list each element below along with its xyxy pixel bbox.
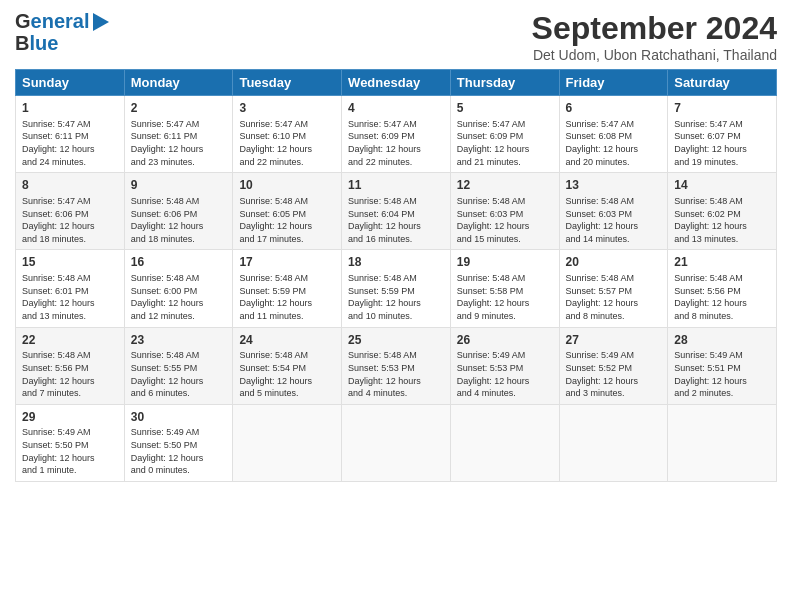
calendar-cell: 30Sunrise: 5:49 AM Sunset: 5:50 PM Dayli… [124,404,233,481]
day-info: Sunrise: 5:49 AM Sunset: 5:53 PM Dayligh… [457,349,553,399]
day-number: 4 [348,100,444,117]
calendar-cell: 6Sunrise: 5:47 AM Sunset: 6:08 PM Daylig… [559,96,668,173]
calendar-cell: 1Sunrise: 5:47 AM Sunset: 6:11 PM Daylig… [16,96,125,173]
day-number: 14 [674,177,770,194]
calendar-cell: 20Sunrise: 5:48 AM Sunset: 5:57 PM Dayli… [559,250,668,327]
month-title: September 2024 [532,10,777,47]
day-info: Sunrise: 5:48 AM Sunset: 5:55 PM Dayligh… [131,349,227,399]
day-info: Sunrise: 5:49 AM Sunset: 5:52 PM Dayligh… [566,349,662,399]
calendar-cell [342,404,451,481]
col-wednesday: Wednesday [342,70,451,96]
calendar-cell: 29Sunrise: 5:49 AM Sunset: 5:50 PM Dayli… [16,404,125,481]
day-info: Sunrise: 5:49 AM Sunset: 5:51 PM Dayligh… [674,349,770,399]
day-number: 23 [131,332,227,349]
calendar-cell: 3Sunrise: 5:47 AM Sunset: 6:10 PM Daylig… [233,96,342,173]
calendar-cell: 14Sunrise: 5:48 AM Sunset: 6:02 PM Dayli… [668,173,777,250]
calendar-cell: 27Sunrise: 5:49 AM Sunset: 5:52 PM Dayli… [559,327,668,404]
day-number: 27 [566,332,662,349]
col-saturday: Saturday [668,70,777,96]
day-info: Sunrise: 5:47 AM Sunset: 6:09 PM Dayligh… [348,118,444,168]
calendar-cell: 26Sunrise: 5:49 AM Sunset: 5:53 PM Dayli… [450,327,559,404]
day-info: Sunrise: 5:48 AM Sunset: 6:06 PM Dayligh… [131,195,227,245]
day-info: Sunrise: 5:48 AM Sunset: 5:54 PM Dayligh… [239,349,335,399]
calendar-header-row: Sunday Monday Tuesday Wednesday Thursday… [16,70,777,96]
day-number: 16 [131,254,227,271]
day-number: 11 [348,177,444,194]
title-section: September 2024 Det Udom, Ubon Ratchathan… [532,10,777,63]
day-info: Sunrise: 5:47 AM Sunset: 6:07 PM Dayligh… [674,118,770,168]
calendar-cell [668,404,777,481]
day-number: 30 [131,409,227,426]
calendar-cell: 2Sunrise: 5:47 AM Sunset: 6:11 PM Daylig… [124,96,233,173]
day-number: 21 [674,254,770,271]
calendar-week-3: 15Sunrise: 5:48 AM Sunset: 6:01 PM Dayli… [16,250,777,327]
day-info: Sunrise: 5:48 AM Sunset: 5:59 PM Dayligh… [239,272,335,322]
calendar-cell: 16Sunrise: 5:48 AM Sunset: 6:00 PM Dayli… [124,250,233,327]
day-number: 15 [22,254,118,271]
calendar-cell: 4Sunrise: 5:47 AM Sunset: 6:09 PM Daylig… [342,96,451,173]
day-number: 18 [348,254,444,271]
calendar-week-4: 22Sunrise: 5:48 AM Sunset: 5:56 PM Dayli… [16,327,777,404]
day-info: Sunrise: 5:48 AM Sunset: 5:56 PM Dayligh… [22,349,118,399]
day-number: 19 [457,254,553,271]
calendar-cell: 22Sunrise: 5:48 AM Sunset: 5:56 PM Dayli… [16,327,125,404]
day-number: 28 [674,332,770,349]
day-number: 29 [22,409,118,426]
col-sunday: Sunday [16,70,125,96]
col-monday: Monday [124,70,233,96]
day-number: 7 [674,100,770,117]
day-info: Sunrise: 5:47 AM Sunset: 6:08 PM Dayligh… [566,118,662,168]
logo: G eneral B lue [15,10,109,54]
day-info: Sunrise: 5:48 AM Sunset: 6:02 PM Dayligh… [674,195,770,245]
calendar-cell: 23Sunrise: 5:48 AM Sunset: 5:55 PM Dayli… [124,327,233,404]
day-number: 17 [239,254,335,271]
calendar-cell: 8Sunrise: 5:47 AM Sunset: 6:06 PM Daylig… [16,173,125,250]
day-info: Sunrise: 5:48 AM Sunset: 5:57 PM Dayligh… [566,272,662,322]
day-number: 8 [22,177,118,194]
day-info: Sunrise: 5:48 AM Sunset: 5:58 PM Dayligh… [457,272,553,322]
day-info: Sunrise: 5:47 AM Sunset: 6:11 PM Dayligh… [22,118,118,168]
calendar-cell: 11Sunrise: 5:48 AM Sunset: 6:04 PM Dayli… [342,173,451,250]
day-number: 26 [457,332,553,349]
day-info: Sunrise: 5:48 AM Sunset: 5:59 PM Dayligh… [348,272,444,322]
calendar-cell [559,404,668,481]
day-info: Sunrise: 5:48 AM Sunset: 6:00 PM Dayligh… [131,272,227,322]
location-title: Det Udom, Ubon Ratchathani, Thailand [532,47,777,63]
day-info: Sunrise: 5:47 AM Sunset: 6:06 PM Dayligh… [22,195,118,245]
calendar-cell: 9Sunrise: 5:48 AM Sunset: 6:06 PM Daylig… [124,173,233,250]
col-friday: Friday [559,70,668,96]
calendar-cell: 24Sunrise: 5:48 AM Sunset: 5:54 PM Dayli… [233,327,342,404]
day-info: Sunrise: 5:47 AM Sunset: 6:11 PM Dayligh… [131,118,227,168]
calendar-cell: 13Sunrise: 5:48 AM Sunset: 6:03 PM Dayli… [559,173,668,250]
calendar-week-5: 29Sunrise: 5:49 AM Sunset: 5:50 PM Dayli… [16,404,777,481]
day-info: Sunrise: 5:48 AM Sunset: 6:01 PM Dayligh… [22,272,118,322]
day-info: Sunrise: 5:48 AM Sunset: 5:56 PM Dayligh… [674,272,770,322]
calendar-cell [233,404,342,481]
day-info: Sunrise: 5:48 AM Sunset: 5:53 PM Dayligh… [348,349,444,399]
page: G eneral B lue September 2024 Det Udom, … [0,0,792,612]
day-info: Sunrise: 5:49 AM Sunset: 5:50 PM Dayligh… [131,426,227,476]
col-tuesday: Tuesday [233,70,342,96]
calendar-cell: 28Sunrise: 5:49 AM Sunset: 5:51 PM Dayli… [668,327,777,404]
day-info: Sunrise: 5:47 AM Sunset: 6:09 PM Dayligh… [457,118,553,168]
day-number: 1 [22,100,118,117]
header: G eneral B lue September 2024 Det Udom, … [15,10,777,63]
day-number: 3 [239,100,335,117]
logo-general-eneral: eneral [31,10,90,32]
day-info: Sunrise: 5:49 AM Sunset: 5:50 PM Dayligh… [22,426,118,476]
calendar-table: Sunday Monday Tuesday Wednesday Thursday… [15,69,777,482]
calendar-cell: 15Sunrise: 5:48 AM Sunset: 6:01 PM Dayli… [16,250,125,327]
day-info: Sunrise: 5:47 AM Sunset: 6:10 PM Dayligh… [239,118,335,168]
logo-blue-lue: lue [29,32,58,54]
calendar-cell: 17Sunrise: 5:48 AM Sunset: 5:59 PM Dayli… [233,250,342,327]
day-number: 2 [131,100,227,117]
day-number: 13 [566,177,662,194]
day-number: 22 [22,332,118,349]
day-number: 12 [457,177,553,194]
logo-blue-b: B [15,32,29,54]
day-number: 9 [131,177,227,194]
calendar-cell: 7Sunrise: 5:47 AM Sunset: 6:07 PM Daylig… [668,96,777,173]
day-info: Sunrise: 5:48 AM Sunset: 6:03 PM Dayligh… [457,195,553,245]
day-info: Sunrise: 5:48 AM Sunset: 6:04 PM Dayligh… [348,195,444,245]
day-number: 5 [457,100,553,117]
